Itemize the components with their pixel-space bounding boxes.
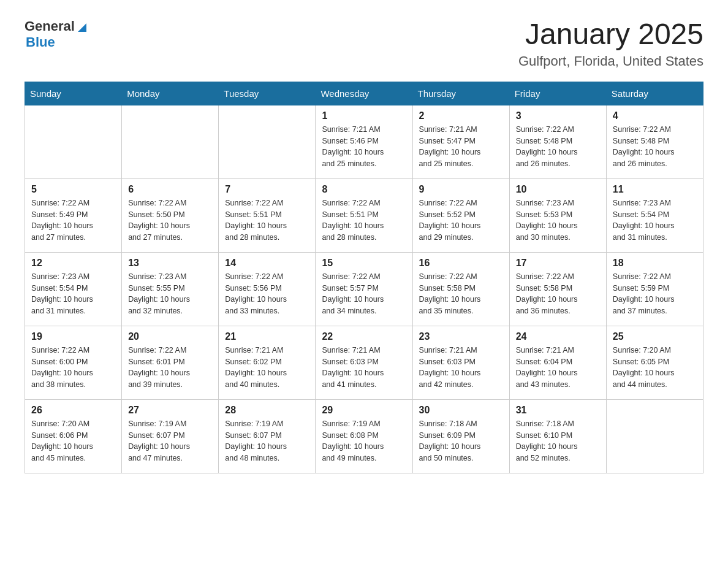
table-row: 22Sunrise: 7:21 AMSunset: 6:03 PMDayligh… bbox=[316, 326, 412, 399]
table-row: 20Sunrise: 7:22 AMSunset: 6:01 PMDayligh… bbox=[122, 326, 219, 399]
day-info: Sunrise: 7:21 AMSunset: 6:03 PMDaylight:… bbox=[322, 345, 406, 391]
table-row: 15Sunrise: 7:22 AMSunset: 5:57 PMDayligh… bbox=[316, 252, 412, 326]
month-title: January 2025 bbox=[518, 18, 703, 51]
day-number: 15 bbox=[322, 258, 406, 269]
day-number: 27 bbox=[128, 405, 212, 416]
day-number: 5 bbox=[31, 184, 115, 195]
table-row: 2Sunrise: 7:21 AMSunset: 5:47 PMDaylight… bbox=[412, 105, 509, 178]
day-info: Sunrise: 7:19 AMSunset: 6:07 PMDaylight:… bbox=[225, 418, 309, 464]
table-row: 28Sunrise: 7:19 AMSunset: 6:07 PMDayligh… bbox=[219, 399, 316, 473]
day-info: Sunrise: 7:22 AMSunset: 5:50 PMDaylight:… bbox=[128, 197, 212, 243]
table-row: 7Sunrise: 7:22 AMSunset: 5:51 PMDaylight… bbox=[219, 178, 316, 252]
day-info: Sunrise: 7:22 AMSunset: 5:58 PMDaylight:… bbox=[419, 271, 503, 317]
calendar-week-row: 19Sunrise: 7:22 AMSunset: 6:00 PMDayligh… bbox=[25, 326, 703, 399]
day-info: Sunrise: 7:21 AMSunset: 6:02 PMDaylight:… bbox=[225, 345, 309, 391]
header-wednesday: Wednesday bbox=[316, 82, 412, 105]
logo: General Blue bbox=[25, 18, 89, 50]
day-info: Sunrise: 7:22 AMSunset: 6:00 PMDaylight:… bbox=[31, 345, 115, 391]
header-monday: Monday bbox=[122, 82, 219, 105]
table-row bbox=[25, 105, 122, 178]
header-saturday: Saturday bbox=[606, 82, 703, 105]
table-row: 11Sunrise: 7:23 AMSunset: 5:54 PMDayligh… bbox=[606, 178, 703, 252]
table-row: 21Sunrise: 7:21 AMSunset: 6:02 PMDayligh… bbox=[219, 326, 316, 399]
day-number: 28 bbox=[225, 405, 309, 416]
day-number: 8 bbox=[322, 184, 406, 195]
logo-general-text: General bbox=[25, 18, 75, 34]
day-number: 12 bbox=[31, 258, 115, 269]
day-info: Sunrise: 7:22 AMSunset: 5:48 PMDaylight:… bbox=[516, 124, 600, 170]
day-number: 2 bbox=[419, 110, 503, 121]
header-friday: Friday bbox=[509, 82, 606, 105]
day-info: Sunrise: 7:19 AMSunset: 6:08 PMDaylight:… bbox=[322, 418, 406, 464]
day-info: Sunrise: 7:22 AMSunset: 5:51 PMDaylight:… bbox=[322, 197, 406, 243]
day-number: 11 bbox=[613, 184, 697, 195]
day-info: Sunrise: 7:22 AMSunset: 5:48 PMDaylight:… bbox=[613, 124, 697, 170]
day-number: 22 bbox=[322, 331, 406, 342]
day-number: 16 bbox=[419, 258, 503, 269]
table-row bbox=[122, 105, 219, 178]
day-number: 9 bbox=[419, 184, 503, 195]
day-number: 31 bbox=[516, 405, 600, 416]
day-info: Sunrise: 7:21 AMSunset: 6:03 PMDaylight:… bbox=[419, 345, 503, 391]
calendar-week-row: 1Sunrise: 7:21 AMSunset: 5:46 PMDaylight… bbox=[25, 105, 703, 178]
day-info: Sunrise: 7:23 AMSunset: 5:55 PMDaylight:… bbox=[128, 271, 212, 317]
day-info: Sunrise: 7:21 AMSunset: 5:47 PMDaylight:… bbox=[419, 124, 503, 170]
day-info: Sunrise: 7:21 AMSunset: 5:46 PMDaylight:… bbox=[322, 124, 406, 170]
day-number: 25 bbox=[613, 331, 697, 342]
table-row: 31Sunrise: 7:18 AMSunset: 6:10 PMDayligh… bbox=[509, 399, 606, 473]
day-info: Sunrise: 7:22 AMSunset: 5:58 PMDaylight:… bbox=[516, 271, 600, 317]
day-number: 18 bbox=[613, 258, 697, 269]
day-number: 13 bbox=[128, 258, 212, 269]
table-row bbox=[219, 105, 316, 178]
title-section: January 2025 Gulfport, Florida, United S… bbox=[518, 18, 703, 69]
table-row: 12Sunrise: 7:23 AMSunset: 5:54 PMDayligh… bbox=[25, 252, 122, 326]
table-row: 4Sunrise: 7:22 AMSunset: 5:48 PMDaylight… bbox=[606, 105, 703, 178]
day-info: Sunrise: 7:22 AMSunset: 5:57 PMDaylight:… bbox=[322, 271, 406, 317]
day-info: Sunrise: 7:22 AMSunset: 5:56 PMDaylight:… bbox=[225, 271, 309, 317]
day-info: Sunrise: 7:20 AMSunset: 6:05 PMDaylight:… bbox=[613, 345, 697, 391]
location-title: Gulfport, Florida, United States bbox=[518, 53, 703, 69]
table-row: 26Sunrise: 7:20 AMSunset: 6:06 PMDayligh… bbox=[25, 399, 122, 473]
day-number: 19 bbox=[31, 331, 115, 342]
day-number: 6 bbox=[128, 184, 212, 195]
table-row: 19Sunrise: 7:22 AMSunset: 6:00 PMDayligh… bbox=[25, 326, 122, 399]
table-row: 29Sunrise: 7:19 AMSunset: 6:08 PMDayligh… bbox=[316, 399, 412, 473]
day-number: 17 bbox=[516, 258, 600, 269]
day-number: 24 bbox=[516, 331, 600, 342]
day-number: 29 bbox=[322, 405, 406, 416]
table-row: 17Sunrise: 7:22 AMSunset: 5:58 PMDayligh… bbox=[509, 252, 606, 326]
header-thursday: Thursday bbox=[412, 82, 509, 105]
day-number: 26 bbox=[31, 405, 115, 416]
day-number: 21 bbox=[225, 331, 309, 342]
calendar-week-row: 12Sunrise: 7:23 AMSunset: 5:54 PMDayligh… bbox=[25, 252, 703, 326]
header-sunday: Sunday bbox=[25, 82, 122, 105]
day-info: Sunrise: 7:22 AMSunset: 6:01 PMDaylight:… bbox=[128, 345, 212, 391]
day-info: Sunrise: 7:18 AMSunset: 6:09 PMDaylight:… bbox=[419, 418, 503, 464]
table-row: 18Sunrise: 7:22 AMSunset: 5:59 PMDayligh… bbox=[606, 252, 703, 326]
table-row: 9Sunrise: 7:22 AMSunset: 5:52 PMDaylight… bbox=[412, 178, 509, 252]
table-row: 27Sunrise: 7:19 AMSunset: 6:07 PMDayligh… bbox=[122, 399, 219, 473]
day-info: Sunrise: 7:23 AMSunset: 5:54 PMDaylight:… bbox=[31, 271, 115, 317]
table-row: 13Sunrise: 7:23 AMSunset: 5:55 PMDayligh… bbox=[122, 252, 219, 326]
day-number: 10 bbox=[516, 184, 600, 195]
table-row: 25Sunrise: 7:20 AMSunset: 6:05 PMDayligh… bbox=[606, 326, 703, 399]
day-info: Sunrise: 7:22 AMSunset: 5:52 PMDaylight:… bbox=[419, 197, 503, 243]
calendar-week-row: 26Sunrise: 7:20 AMSunset: 6:06 PMDayligh… bbox=[25, 399, 703, 473]
day-number: 3 bbox=[516, 110, 600, 121]
day-number: 4 bbox=[613, 110, 697, 121]
day-info: Sunrise: 7:22 AMSunset: 5:51 PMDaylight:… bbox=[225, 197, 309, 243]
calendar-week-row: 5Sunrise: 7:22 AMSunset: 5:49 PMDaylight… bbox=[25, 178, 703, 252]
table-row: 3Sunrise: 7:22 AMSunset: 5:48 PMDaylight… bbox=[509, 105, 606, 178]
table-row: 1Sunrise: 7:21 AMSunset: 5:46 PMDaylight… bbox=[316, 105, 412, 178]
table-row: 23Sunrise: 7:21 AMSunset: 6:03 PMDayligh… bbox=[412, 326, 509, 399]
day-number: 1 bbox=[322, 110, 406, 121]
table-row: 8Sunrise: 7:22 AMSunset: 5:51 PMDaylight… bbox=[316, 178, 412, 252]
table-row: 5Sunrise: 7:22 AMSunset: 5:49 PMDaylight… bbox=[25, 178, 122, 252]
day-info: Sunrise: 7:22 AMSunset: 5:49 PMDaylight:… bbox=[31, 197, 115, 243]
day-number: 14 bbox=[225, 258, 309, 269]
table-row: 14Sunrise: 7:22 AMSunset: 5:56 PMDayligh… bbox=[219, 252, 316, 326]
day-number: 20 bbox=[128, 331, 212, 342]
svg-marker-0 bbox=[78, 23, 86, 32]
header-tuesday: Tuesday bbox=[219, 82, 316, 105]
calendar-table: Sunday Monday Tuesday Wednesday Thursday… bbox=[25, 82, 703, 473]
